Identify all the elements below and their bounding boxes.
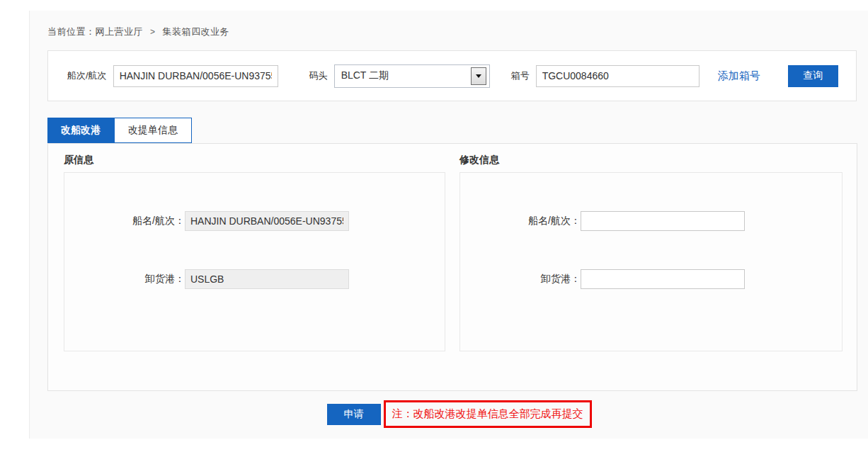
original-vessel-input[interactable] bbox=[185, 211, 349, 231]
query-button[interactable]: 查询 bbox=[788, 65, 838, 87]
breadcrumb: 当前位置：网上营业厅>集装箱四改业务 bbox=[47, 11, 857, 38]
add-container-link[interactable]: 添加箱号 bbox=[718, 69, 760, 83]
field-row: 卸货港： bbox=[64, 269, 445, 289]
tab-content-panel: 原信息 船名/航次： 卸货港： 修改信息 船名/航次： bbox=[47, 143, 857, 391]
breadcrumb-current: 集装箱四改业务 bbox=[163, 26, 230, 37]
page-container: 当前位置：网上营业厅>集装箱四改业务 船次/航次 码头 BLCT 二期 箱号 添… bbox=[29, 11, 868, 439]
original-info-title: 原信息 bbox=[64, 154, 445, 166]
tab-change-bl-info[interactable]: 改提单信息 bbox=[114, 118, 192, 143]
footer-actions: 申请 注：改船改港改提单信息全部完成再提交 bbox=[47, 400, 857, 428]
modified-vessel-input[interactable] bbox=[581, 211, 745, 231]
vessel-voyage-label: 船次/航次 bbox=[67, 69, 107, 82]
modified-discharge-port-input[interactable] bbox=[581, 269, 745, 289]
original-discharge-port-input[interactable] bbox=[185, 269, 349, 289]
original-info-panel: 船名/航次： 卸货港： bbox=[64, 172, 445, 351]
modified-info-section: 修改信息 船名/航次： 卸货港： bbox=[459, 154, 843, 390]
modified-vessel-label: 船名/航次： bbox=[460, 215, 581, 227]
query-form: 船次/航次 码头 BLCT 二期 箱号 添加箱号 查询 bbox=[47, 50, 857, 101]
breadcrumb-separator: > bbox=[150, 27, 156, 37]
tab-bar: 改船改港 改提单信息 bbox=[47, 118, 857, 143]
dock-label: 码头 bbox=[309, 69, 328, 82]
original-info-section: 原信息 船名/航次： 卸货港： bbox=[64, 154, 445, 390]
modified-discharge-port-label: 卸货港： bbox=[460, 273, 581, 286]
field-row: 船名/航次： bbox=[64, 211, 445, 231]
apply-button[interactable]: 申请 bbox=[327, 404, 381, 425]
field-row: 船名/航次： bbox=[460, 211, 842, 231]
submit-note: 注：改船改港改提单信息全部完成再提交 bbox=[384, 400, 592, 428]
original-discharge-port-label: 卸货港： bbox=[64, 273, 185, 286]
breadcrumb-root-link[interactable]: 网上营业厅 bbox=[96, 26, 144, 37]
dropdown-arrow-icon[interactable] bbox=[471, 67, 486, 85]
container-no-label: 箱号 bbox=[511, 69, 530, 82]
container-no-input[interactable] bbox=[536, 65, 699, 87]
dock-select-value: BLCT 二期 bbox=[341, 69, 471, 82]
modified-info-title: 修改信息 bbox=[459, 154, 843, 166]
breadcrumb-prefix: 当前位置： bbox=[47, 26, 96, 37]
tab-change-vessel-port[interactable]: 改船改港 bbox=[47, 118, 114, 143]
modified-info-panel: 船名/航次： 卸货港： bbox=[459, 172, 843, 351]
dock-select[interactable]: BLCT 二期 bbox=[334, 64, 490, 88]
original-vessel-label: 船名/航次： bbox=[64, 215, 185, 227]
field-row: 卸货港： bbox=[460, 269, 842, 289]
vessel-voyage-input[interactable] bbox=[113, 65, 278, 87]
